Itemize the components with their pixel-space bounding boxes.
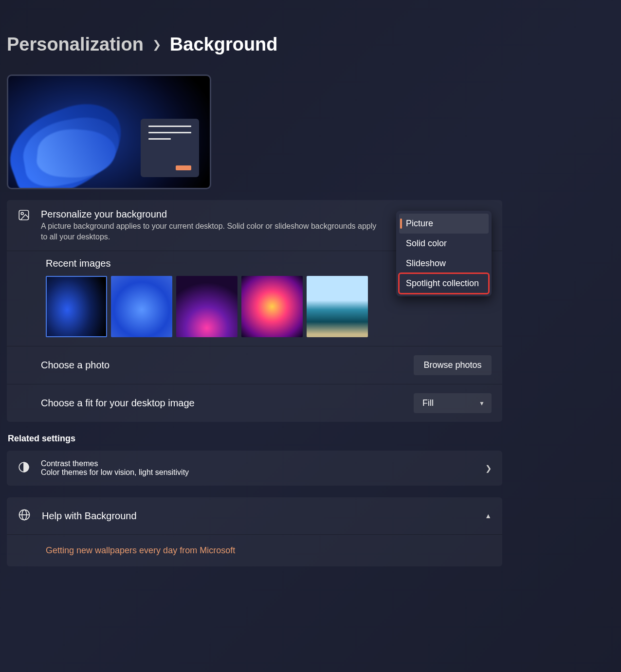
dropdown-option-spotlight[interactable]: Spotlight collection: [399, 273, 489, 293]
contrast-sub: Color themes for low vision, light sensi…: [41, 468, 189, 477]
chevron-right-icon: ❯: [148, 38, 165, 51]
related-settings-heading: Related settings: [8, 434, 617, 444]
recent-image-5[interactable]: [307, 276, 368, 337]
recent-image-4[interactable]: [241, 276, 303, 337]
breadcrumb: Personalization ❯ Background: [7, 34, 617, 55]
personalize-description: A picture background applies to your cur…: [41, 221, 382, 242]
recent-image-1[interactable]: [46, 276, 107, 337]
svg-point-1: [21, 212, 23, 215]
choose-photo-row: Choose a photo Browse photos: [7, 346, 502, 384]
contrast-title: Contrast themes: [41, 459, 189, 468]
dropdown-option-solid-color[interactable]: Solid color: [399, 234, 489, 254]
dropdown-option-slideshow[interactable]: Slideshow: [399, 254, 489, 273]
chevron-right-icon: ❯: [485, 464, 492, 473]
chevron-up-icon: ▲: [485, 512, 492, 520]
help-header[interactable]: Help with Background ▲: [7, 497, 502, 535]
personalize-background-row: Personalize your background A picture ba…: [7, 200, 502, 251]
image-icon: [18, 209, 30, 221]
help-title: Help with Background: [42, 510, 137, 522]
choose-photo-label: Choose a photo: [41, 360, 403, 371]
choose-fit-label: Choose a fit for your desktop image: [41, 398, 403, 409]
breadcrumb-parent-link[interactable]: Personalization: [7, 34, 144, 55]
globe-icon: [18, 508, 31, 524]
fit-select[interactable]: Fill ▼: [414, 393, 492, 413]
svg-rect-0: [19, 210, 29, 220]
help-link-spotlight[interactable]: Getting new wallpapers every day from Mi…: [46, 545, 235, 555]
contrast-icon: [18, 461, 30, 475]
dropdown-option-picture[interactable]: Picture: [399, 214, 489, 234]
breadcrumb-current: Background: [170, 34, 278, 55]
background-type-dropdown[interactable]: Picture Solid color Slideshow Spotlight …: [396, 211, 492, 296]
contrast-themes-link[interactable]: Contrast themes Color themes for low vis…: [7, 451, 502, 486]
recent-image-3[interactable]: [176, 276, 237, 337]
recent-image-2[interactable]: [111, 276, 172, 337]
choose-fit-row: Choose a fit for your desktop image Fill…: [7, 384, 502, 422]
desktop-preview: [7, 74, 211, 189]
preview-window-mock: [141, 119, 199, 177]
fit-value: Fill: [422, 398, 434, 408]
browse-photos-button[interactable]: Browse photos: [414, 355, 492, 375]
chevron-down-icon: ▼: [479, 400, 485, 407]
background-settings-panel: Personalize your background A picture ba…: [7, 200, 502, 422]
help-panel: Help with Background ▲ Getting new wallp…: [7, 497, 502, 566]
